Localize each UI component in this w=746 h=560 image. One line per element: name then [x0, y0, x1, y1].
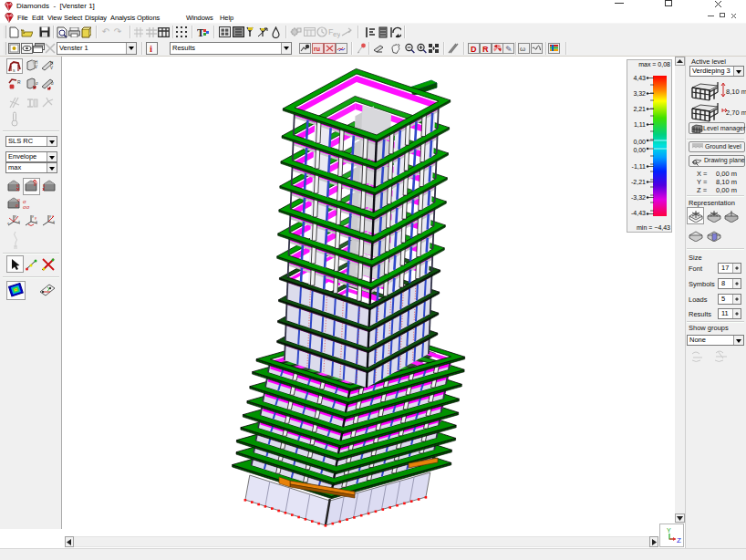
- svg-text:z: z: [52, 213, 54, 218]
- svg-text:R: R: [17, 79, 21, 85]
- svg-text:y: y: [15, 213, 16, 218]
- svg-text:s: s: [13, 67, 16, 73]
- svg-text:z: z: [7, 221, 9, 225]
- svg-text:Y: Y: [667, 527, 671, 534]
- svg-text:ω: ω: [520, 45, 525, 53]
- svg-text:D: D: [471, 45, 477, 54]
- svg-text:x: x: [18, 219, 20, 223]
- svg-text:i: i: [150, 43, 152, 54]
- svg-text:ey: ey: [333, 30, 340, 38]
- svg-text:σ: σ: [51, 81, 54, 86]
- svg-text:T: T: [197, 26, 204, 38]
- svg-text:R: R: [482, 45, 489, 54]
- svg-text:✎: ✎: [505, 45, 513, 54]
- svg-text:x: x: [53, 219, 55, 223]
- svg-text:y: y: [32, 213, 34, 218]
- svg-text:y: y: [49, 213, 51, 218]
- svg-text:V: V: [35, 65, 37, 69]
- svg-text:s: s: [36, 181, 38, 185]
- svg-text:Z: Z: [677, 536, 681, 544]
- svg-text:σ: σ: [36, 81, 38, 86]
- svg-text:ru: ru: [314, 46, 320, 52]
- svg-text:x: x: [36, 219, 37, 223]
- svg-text:V: V: [50, 66, 53, 70]
